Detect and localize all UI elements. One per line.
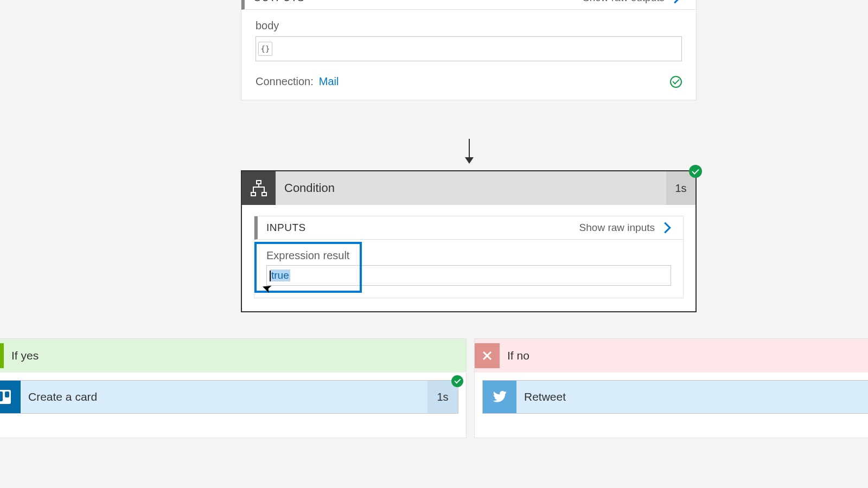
inputs-content: Expression result true ➤ [254, 240, 683, 298]
show-raw-inputs-link[interactable]: Show raw inputs [579, 222, 671, 234]
create-card-action[interactable]: Create a card 1s [0, 380, 458, 414]
svg-rect-6 [0, 391, 3, 401]
body-value-box[interactable]: {} [256, 36, 682, 61]
connection-name-link[interactable]: Mail [319, 75, 339, 88]
retweet-action[interactable]: Retweet [482, 380, 868, 414]
outputs-body: body {} [241, 10, 696, 75]
svg-rect-2 [262, 192, 266, 196]
flow-arrow-icon [469, 139, 470, 163]
inputs-header: INPUTS Show raw inputs [254, 216, 683, 240]
connection-row: Connection: Mail [241, 75, 696, 100]
connection-ok-icon [670, 76, 682, 88]
retweet-title: Retweet [516, 381, 868, 413]
show-raw-outputs-link[interactable]: Show raw outputs [583, 0, 681, 4]
twitter-icon [483, 381, 516, 413]
close-icon [475, 343, 500, 368]
expression-result-label: Expression result [266, 249, 671, 262]
outputs-label: OUTPUTS [245, 0, 304, 4]
show-raw-inputs-text: Show raw inputs [579, 222, 655, 234]
if-no-header[interactable]: If no [475, 339, 868, 373]
connection-label: Connection: [256, 75, 314, 88]
outputs-header: OUTPUTS Show raw outputs [241, 0, 696, 10]
chevron-right-icon [663, 222, 671, 234]
svg-rect-7 [5, 391, 9, 397]
if-yes-title: If yes [8, 349, 39, 362]
chevron-right-icon [673, 0, 681, 4]
inputs-label: INPUTS [258, 222, 306, 234]
checkmark-icon [0, 343, 4, 368]
body-label: body [256, 20, 682, 32]
json-object-icon: {} [258, 42, 272, 56]
if-yes-header[interactable]: If yes [0, 339, 466, 373]
create-card-title: Create a card [21, 381, 427, 413]
if-no-branch: If no Retweet [474, 338, 868, 438]
expression-result-box[interactable]: true [266, 265, 671, 286]
condition-body: INPUTS Show raw inputs Expression result… [242, 205, 695, 311]
if-no-title: If no [504, 349, 529, 362]
expression-result-value: true [270, 269, 290, 281]
svg-rect-1 [251, 192, 256, 196]
trello-icon [0, 381, 21, 413]
svg-rect-0 [257, 181, 261, 184]
inputs-box: INPUTS Show raw inputs Expression result… [254, 216, 684, 298]
if-yes-branch: If yes Create a card 1s [0, 338, 467, 438]
prior-action-card: OUTPUTS Show raw outputs body {} Connect… [241, 0, 697, 100]
success-badge-icon [689, 165, 702, 178]
success-badge-icon [451, 375, 463, 387]
show-raw-outputs-text: Show raw outputs [583, 0, 665, 4]
condition-card[interactable]: Condition 1s INPUTS Show raw inputs Expr… [241, 170, 697, 312]
condition-icon [242, 171, 276, 205]
condition-title: Condition [276, 171, 666, 205]
condition-header[interactable]: Condition 1s [242, 171, 695, 205]
